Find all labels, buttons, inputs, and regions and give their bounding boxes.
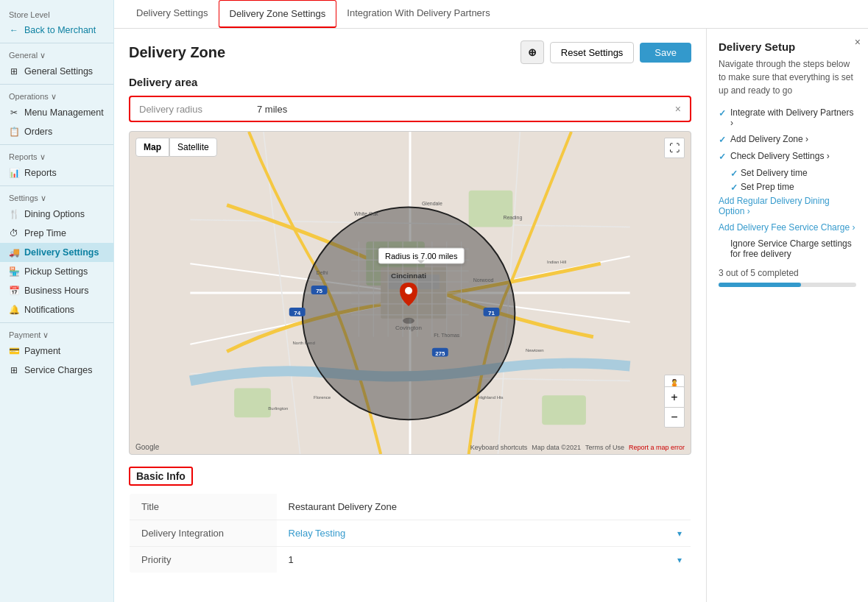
panel-title: Delivery Setup xyxy=(719,40,856,53)
panel-subtitle: Navigate through the steps below to make… xyxy=(719,57,856,97)
clock-icon: ⏱ xyxy=(9,228,19,238)
map-container: Cincinnati Covington Delhi Norwood Ft. T… xyxy=(129,131,691,455)
settings-icon-button[interactable]: ⊕ xyxy=(521,40,544,64)
map-svg: Cincinnati Covington Delhi Norwood Ft. T… xyxy=(130,132,691,454)
check-icon-3-1: ✓ xyxy=(730,169,738,179)
panel-subitem-3-2: ✓ Set Prep time xyxy=(730,182,856,193)
right-panel: × Delivery Setup Navigate through the st… xyxy=(706,29,868,602)
sidebar-business-hours-label: Business Hours xyxy=(24,286,89,296)
delivery-radius-row[interactable]: Delivery radius 7 miles × xyxy=(129,96,691,122)
delivery-radius-value: 7 miles xyxy=(257,104,675,115)
page-title-row: Delivery Zone ⊕ Reset Settings Save xyxy=(129,40,691,64)
sidebar-item-prep-time[interactable]: ⏱ Prep Time xyxy=(0,224,113,243)
sidebar-item-business-hours[interactable]: 📅 Business Hours xyxy=(0,281,113,300)
progress-bar-fill xyxy=(719,283,801,287)
panel-subitem-3-1: ✓ Set Delivery time xyxy=(730,168,856,179)
check-icon-1: ✓ xyxy=(719,108,726,118)
grid-icon: ⊞ xyxy=(9,66,19,77)
delivery-radius-clear-button[interactable]: × xyxy=(675,103,681,115)
panel-item-5[interactable]: Add Delivery Fee Service Charge › xyxy=(719,222,856,233)
svg-text:Norwood: Norwood xyxy=(473,277,494,283)
panel-item-4[interactable]: Add Regular Delivery Dining Option › xyxy=(719,196,856,216)
panel-close-button[interactable]: × xyxy=(855,36,861,48)
map-zoom-controls: + − xyxy=(664,386,685,428)
svg-text:275: 275 xyxy=(435,350,445,357)
general-section-label: General ∨ xyxy=(0,46,113,62)
priority-value[interactable]: 1 ▾ xyxy=(277,547,691,573)
page-title: Delivery Zone xyxy=(129,44,225,61)
svg-text:Delhi: Delhi xyxy=(317,270,328,275)
panel-subitem-3-1-label: Set Delivery time xyxy=(741,168,808,178)
sidebar-orders-label: Orders xyxy=(24,127,52,137)
reset-settings-button[interactable]: Reset Settings xyxy=(550,42,635,63)
table-row-priority: Priority 1 ▾ xyxy=(130,547,691,573)
panel-item-1[interactable]: ✓ Integrate with Delivery Partners › xyxy=(719,107,856,128)
delivery-area-title: Delivery area xyxy=(129,76,691,88)
dollar-icon: ⊞ xyxy=(9,365,19,375)
svg-point-31 xyxy=(303,208,515,420)
check-icon-3-2: ✓ xyxy=(730,183,738,193)
table-row-delivery-integration: Delivery Integration Relay Testing ▾ xyxy=(130,520,691,547)
svg-rect-10 xyxy=(469,191,513,227)
svg-text:Newtown: Newtown xyxy=(526,348,544,353)
terms-of-use-link[interactable]: Terms of Use xyxy=(585,444,624,451)
svg-text:Florence: Florence xyxy=(314,395,331,400)
panel-item-1-label: Integrate with Delivery Partners › xyxy=(730,107,856,128)
sidebar-item-general-settings[interactable]: ⊞ General Settings xyxy=(0,62,113,81)
svg-text:Reading: Reading xyxy=(503,215,522,221)
delivery-integration-chevron-icon: ▾ xyxy=(677,528,682,539)
panel-item-2[interactable]: ✓ Add Delivery Zone › xyxy=(719,134,856,145)
sidebar-item-reports[interactable]: 📊 Reports xyxy=(0,163,113,183)
save-button[interactable]: Save xyxy=(640,43,691,63)
sidebar-notifications-label: Notifications xyxy=(24,305,74,315)
report-map-error-link[interactable]: Report a map error xyxy=(629,444,685,451)
scissors-icon: ✂ xyxy=(9,107,19,118)
tab-integration[interactable]: Integration With Delivery Partners xyxy=(336,0,500,28)
keyboard-shortcuts-link[interactable]: Keyboard shortcuts xyxy=(470,444,528,451)
svg-text:North Bend: North Bend xyxy=(293,341,315,345)
sidebar-item-notifications[interactable]: 🔔 Notifications xyxy=(0,300,113,319)
sidebar-item-service-charges[interactable]: ⊞ Service Charges xyxy=(0,361,113,380)
delivery-radius-label: Delivery radius xyxy=(139,104,257,115)
svg-point-33 xyxy=(405,287,412,294)
sidebar-item-pickup-settings[interactable]: 🏪 Pickup Settings xyxy=(0,262,113,281)
sidebar-service-charges-label: Service Charges xyxy=(24,365,92,375)
map-tab-satellite[interactable]: Satellite xyxy=(169,138,217,157)
sidebar-item-menu-management[interactable]: ✂ Menu Management xyxy=(0,103,113,122)
panel-item-5-label: Add Delivery Fee Service Charge › xyxy=(719,222,855,233)
panel-item-3[interactable]: ✓ Check Delivery Settings › xyxy=(719,151,856,162)
svg-text:Indian Hill: Indian Hill xyxy=(547,260,566,264)
svg-rect-11 xyxy=(234,388,271,417)
panel-item-3-subitems: ✓ Set Delivery time ✓ Set Prep time xyxy=(730,168,856,193)
sidebar-item-payment[interactable]: 💳 Payment xyxy=(0,341,113,361)
sidebar-payment-label: Payment xyxy=(24,346,60,356)
svg-text:White Oak: White Oak xyxy=(354,211,378,216)
delivery-integration-value[interactable]: Relay Testing ▾ xyxy=(277,520,691,547)
sidebar-pickup-settings-label: Pickup Settings xyxy=(24,266,88,277)
sidebar-prep-time-label: Prep Time xyxy=(24,228,66,238)
barchart-icon: 📊 xyxy=(9,168,19,178)
svg-text:Highland Hts: Highland Hts xyxy=(478,395,503,400)
sidebar-item-orders[interactable]: 📋 Orders xyxy=(0,122,113,141)
title-value: Restaurant Delivery Zone xyxy=(277,494,691,520)
map-tab-map[interactable]: Map xyxy=(135,138,169,157)
credit-card-icon: 💳 xyxy=(9,346,19,356)
sidebar-item-dining-options[interactable]: 🍴 Dining Options xyxy=(0,205,113,224)
content-area: Delivery Zone ⊕ Reset Settings Save Deli… xyxy=(114,29,868,602)
clipboard-icon: 📋 xyxy=(9,127,19,137)
fork-icon: 🍴 xyxy=(9,209,19,219)
title-label: Title xyxy=(130,494,277,520)
map-footer: Keyboard shortcuts Map data ©2021 Terms … xyxy=(470,444,685,451)
reports-section-label: Reports ∨ xyxy=(0,148,113,163)
back-to-merchant[interactable]: ← Back to Merchant xyxy=(0,21,113,40)
sidebar-menu-management-label: Menu Management xyxy=(24,107,104,118)
fullscreen-button[interactable]: ⛶ xyxy=(664,138,685,158)
tab-delivery-zone-settings[interactable]: Delivery Zone Settings xyxy=(219,0,337,28)
svg-text:Ft. Thomas: Ft. Thomas xyxy=(434,333,460,338)
sidebar-item-delivery-settings[interactable]: 🚚 Delivery Settings xyxy=(0,243,113,262)
zoom-out-button[interactable]: − xyxy=(664,407,685,428)
zoom-in-button[interactable]: + xyxy=(664,386,685,407)
back-to-merchant-label: Back to Merchant xyxy=(24,25,96,35)
map-data-label: Map data ©2021 xyxy=(532,444,581,451)
tab-delivery-settings[interactable]: Delivery Settings xyxy=(126,0,219,28)
